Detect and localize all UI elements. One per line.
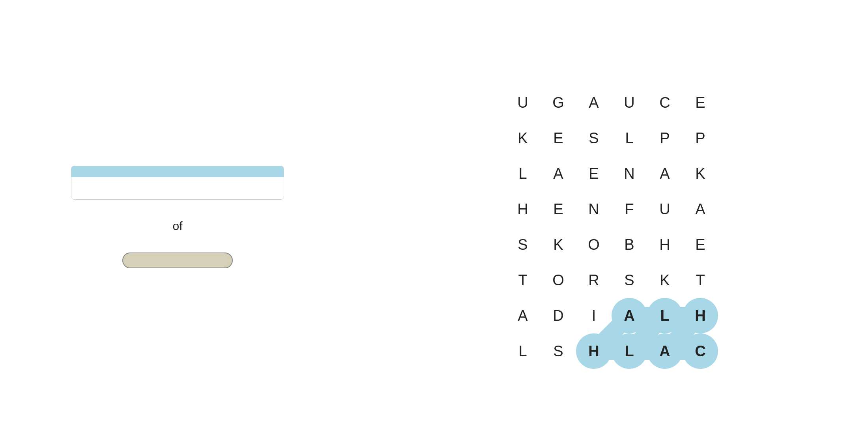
grid-cell[interactable]: U bbox=[505, 85, 541, 120]
grid-cell[interactable]: I bbox=[576, 298, 612, 333]
grid-cell[interactable]: S bbox=[505, 227, 541, 262]
theme-body bbox=[71, 177, 284, 199]
grid-cell[interactable]: L bbox=[505, 333, 541, 369]
grid-cell[interactable]: O bbox=[576, 227, 612, 262]
grid-cell[interactable]: K bbox=[541, 227, 576, 262]
grid-cell[interactable]: N bbox=[612, 156, 647, 191]
grid-cell[interactable]: H bbox=[647, 227, 683, 262]
grid-cell[interactable]: G bbox=[541, 85, 576, 120]
right-panel: UGAUCEKESLPPLAENAKHENFUASKOBHETORSKTADIA… bbox=[355, 0, 868, 434]
grid-cell[interactable]: A bbox=[647, 156, 683, 191]
grid-cell[interactable]: R bbox=[576, 262, 612, 298]
grid-cell[interactable]: A bbox=[683, 191, 718, 227]
left-panel: of bbox=[0, 0, 355, 434]
grid-cell[interactable]: K bbox=[683, 156, 718, 191]
theme-header bbox=[71, 166, 284, 177]
grid-cell[interactable]: U bbox=[647, 191, 683, 227]
grid-cell[interactable]: T bbox=[683, 262, 718, 298]
grid-cell[interactable]: E bbox=[576, 156, 612, 191]
words-found: of bbox=[172, 219, 182, 233]
grid-container: UGAUCEKESLPPLAENAKHENFUASKOBHETORSKTADIA… bbox=[505, 85, 718, 369]
grid-cell[interactable]: A bbox=[576, 85, 612, 120]
grid-cell[interactable]: E bbox=[683, 85, 718, 120]
grid-cell[interactable]: L bbox=[612, 120, 647, 156]
grid-cell[interactable]: H bbox=[683, 298, 718, 333]
grid-cell[interactable]: C bbox=[647, 85, 683, 120]
grid-cell[interactable]: H bbox=[505, 191, 541, 227]
grid-cell[interactable]: L bbox=[612, 333, 647, 369]
grid-cell[interactable]: U bbox=[612, 85, 647, 120]
theme-card bbox=[71, 166, 284, 200]
grid-cell[interactable]: K bbox=[505, 120, 541, 156]
grid-cell[interactable]: A bbox=[505, 298, 541, 333]
grid-cell[interactable]: F bbox=[612, 191, 647, 227]
grid-cell[interactable]: P bbox=[647, 120, 683, 156]
words-found-of: of bbox=[172, 219, 182, 232]
grid-cell[interactable]: H bbox=[576, 333, 612, 369]
grid-cell[interactable]: O bbox=[541, 262, 576, 298]
grid-cell[interactable]: T bbox=[505, 262, 541, 298]
grid-cell[interactable]: L bbox=[647, 298, 683, 333]
grid-cell[interactable]: K bbox=[647, 262, 683, 298]
grid-cell[interactable]: S bbox=[541, 333, 576, 369]
grid-cell[interactable]: S bbox=[576, 120, 612, 156]
hint-button[interactable] bbox=[122, 253, 233, 268]
grid-cell[interactable]: A bbox=[541, 156, 576, 191]
grid-cell[interactable]: E bbox=[541, 120, 576, 156]
grid-cell[interactable]: A bbox=[612, 298, 647, 333]
grid-cell[interactable]: C bbox=[683, 333, 718, 369]
grid-cell[interactable]: S bbox=[612, 262, 647, 298]
letter-grid: UGAUCEKESLPPLAENAKHENFUASKOBHETORSKTADIA… bbox=[505, 85, 718, 369]
grid-cell[interactable]: A bbox=[647, 333, 683, 369]
grid-cell[interactable]: D bbox=[541, 298, 576, 333]
grid-cell[interactable]: B bbox=[612, 227, 647, 262]
grid-cell[interactable]: P bbox=[683, 120, 718, 156]
grid-cell[interactable]: N bbox=[576, 191, 612, 227]
grid-cell[interactable]: L bbox=[505, 156, 541, 191]
grid-cell[interactable]: E bbox=[541, 191, 576, 227]
grid-cell[interactable]: E bbox=[683, 227, 718, 262]
